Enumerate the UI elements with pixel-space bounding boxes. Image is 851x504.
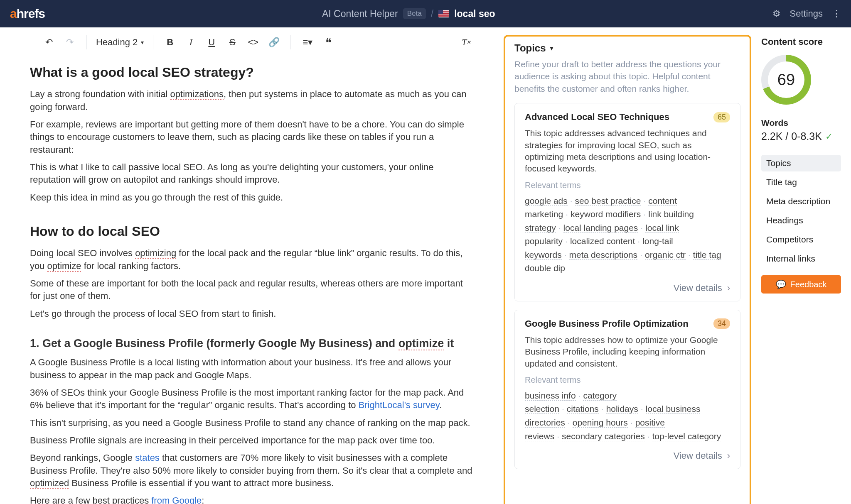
term[interactable]: top-level category: [652, 431, 721, 441]
content-score-title: Content score: [761, 37, 841, 47]
score-nav-item[interactable]: Internal links: [761, 250, 841, 267]
score-nav-item[interactable]: Meta description: [761, 193, 841, 210]
caret-down-icon: ▾: [550, 45, 553, 51]
settings-link[interactable]: Settings: [790, 8, 823, 19]
paragraph: A Google Business Profile is a local lis…: [30, 356, 474, 382]
list-button[interactable]: ≡▾: [300, 35, 315, 50]
flag-us-icon: [438, 10, 449, 17]
header-right: ⚙ Settings ⋮: [772, 8, 841, 19]
term[interactable]: google ads: [525, 196, 568, 206]
states-link[interactable]: states: [135, 453, 160, 463]
words-value: 2.2K / 0-8.3K✓: [761, 130, 841, 142]
topic-score-pill: 34: [713, 318, 730, 329]
topic-card: Advanced Local SEO Techniques65This topi…: [514, 103, 740, 301]
topic-description: This topic addresses advanced techniques…: [525, 127, 730, 174]
gear-icon[interactable]: ⚙: [772, 8, 781, 19]
undo-button[interactable]: ↶: [42, 35, 57, 50]
toolbar-separator: [86, 35, 87, 49]
paragraph: Keep this idea in mind as you go through…: [30, 191, 474, 204]
paragraph: Business Profile signals are increasing …: [30, 434, 474, 447]
comment-icon: 💬: [776, 279, 786, 289]
paragraph: For example, reviews are important but g…: [30, 118, 474, 156]
topic-description: This topic addresses how to optimize you…: [525, 334, 730, 369]
bold-button[interactable]: B: [162, 35, 177, 50]
header-center: AI Content Helper Beta / local seo: [45, 8, 772, 20]
topics-heading: Topics: [514, 42, 546, 54]
check-icon: ✓: [825, 131, 833, 142]
brightlocal-link[interactable]: BrightLocal's survey: [359, 400, 440, 410]
editor-body[interactable]: What is a good local SEO strategy? Lay a…: [0, 63, 504, 504]
term[interactable]: opening hours: [573, 418, 628, 428]
term[interactable]: holidays: [606, 404, 638, 414]
relevant-terms-label: Relevant terms: [525, 181, 730, 190]
score-nav: TopicsTitle tagMeta descriptionHeadingsC…: [761, 155, 841, 267]
toolbar-separator: [290, 35, 291, 49]
heading-label: Heading 2: [96, 37, 138, 48]
topic-title: Advanced Local SEO Techniques: [525, 112, 669, 122]
heading-dropdown[interactable]: Heading 2 ▾: [96, 37, 144, 48]
toolbar-separator: [153, 35, 153, 49]
term[interactable]: keyword modifiers: [571, 209, 641, 219]
strikethrough-button[interactable]: S: [225, 35, 240, 50]
paragraph: Lay a strong foundation with initial opt…: [30, 88, 474, 113]
from-google-link[interactable]: from Google: [151, 495, 202, 504]
relevant-terms-label: Relevant terms: [525, 375, 730, 385]
feedback-label: Feedback: [790, 280, 827, 289]
feedback-button[interactable]: 💬Feedback: [761, 275, 841, 294]
term[interactable]: localized content: [570, 236, 635, 246]
term[interactable]: citations: [567, 404, 599, 414]
paragraph: Doing local SEO involves optimizing for …: [30, 247, 474, 272]
score-value: 69: [777, 71, 795, 89]
view-details-link[interactable]: View details›: [525, 283, 730, 294]
caret-down-icon: ▾: [141, 39, 144, 46]
breadcrumb-divider: /: [431, 8, 433, 20]
term[interactable]: local landing pages: [563, 223, 638, 233]
chevron-right-icon: ›: [727, 283, 730, 294]
heading-strategy: What is a good local SEO strategy?: [30, 63, 474, 81]
term[interactable]: meta descriptions: [569, 250, 638, 260]
paragraph: Some of these are important for both the…: [30, 277, 474, 303]
topic-card: Google Business Profile Optimization34Th…: [514, 310, 740, 469]
score-nav-item[interactable]: Headings: [761, 212, 841, 229]
ahrefs-logo[interactable]: ahrefs: [10, 7, 45, 21]
redo-button[interactable]: ↷: [62, 35, 77, 50]
score-panel: Content score 69 Words 2.2K / 0-8.3K✓ To…: [755, 32, 851, 504]
terms-list: business info·category selection·citatio…: [525, 389, 730, 443]
topic-score-pill: 65: [713, 112, 730, 122]
paragraph: Here are a few best practices from Googl…: [30, 494, 474, 504]
paragraph: This is what I like to call passive loca…: [30, 161, 474, 186]
topics-dropdown[interactable]: Topics▾: [514, 42, 740, 54]
document-title[interactable]: local seo: [454, 8, 495, 20]
code-button[interactable]: <>: [246, 35, 261, 50]
view-details-link[interactable]: View details›: [525, 450, 730, 461]
paragraph: Beyond rankings, Google states that cust…: [30, 452, 474, 489]
words-label: Words: [761, 118, 841, 128]
score-nav-item[interactable]: Competitors: [761, 231, 841, 248]
score-donut: 69: [761, 55, 811, 105]
term[interactable]: business info: [525, 391, 576, 401]
heading-how-to: How to do local SEO: [30, 222, 474, 240]
italic-button[interactable]: I: [183, 35, 198, 50]
app-name: AI Content Helper: [322, 8, 398, 20]
term[interactable]: seo best practice: [575, 196, 641, 206]
topics-subtitle: Refine your draft to better address the …: [514, 58, 740, 95]
term[interactable]: secondary categories: [562, 431, 645, 441]
link-button[interactable]: 🔗: [266, 35, 281, 50]
kebab-icon[interactable]: ⋮: [832, 8, 841, 19]
editor-toolbar: ↶ ↷ Heading 2 ▾ B I U S <> 🔗 ≡▾ ❝ T✕: [0, 27, 504, 57]
term[interactable]: organic ctr: [645, 250, 686, 260]
terms-list: google ads·seo best practice·content mar…: [525, 194, 730, 275]
top-bar: ahrefs AI Content Helper Beta / local se…: [0, 0, 851, 27]
heading-gbp: 1. Get a Google Business Profile (former…: [30, 336, 474, 351]
topic-title: Google Business Profile Optimization: [525, 318, 689, 329]
beta-pill: Beta: [403, 8, 426, 19]
score-nav-item[interactable]: Topics: [761, 155, 841, 171]
quote-button[interactable]: ❝: [321, 35, 336, 50]
score-nav-item[interactable]: Title tag: [761, 174, 841, 191]
chevron-right-icon: ›: [727, 450, 730, 461]
paragraph: 36% of SEOs think your Google Business P…: [30, 387, 474, 412]
clear-format-button[interactable]: T✕: [459, 35, 474, 50]
underline-button[interactable]: U: [204, 35, 219, 50]
paragraph: Let's go through the process of local SE…: [30, 308, 474, 320]
paragraph: This isn't surprising, as you need a Goo…: [30, 417, 474, 429]
